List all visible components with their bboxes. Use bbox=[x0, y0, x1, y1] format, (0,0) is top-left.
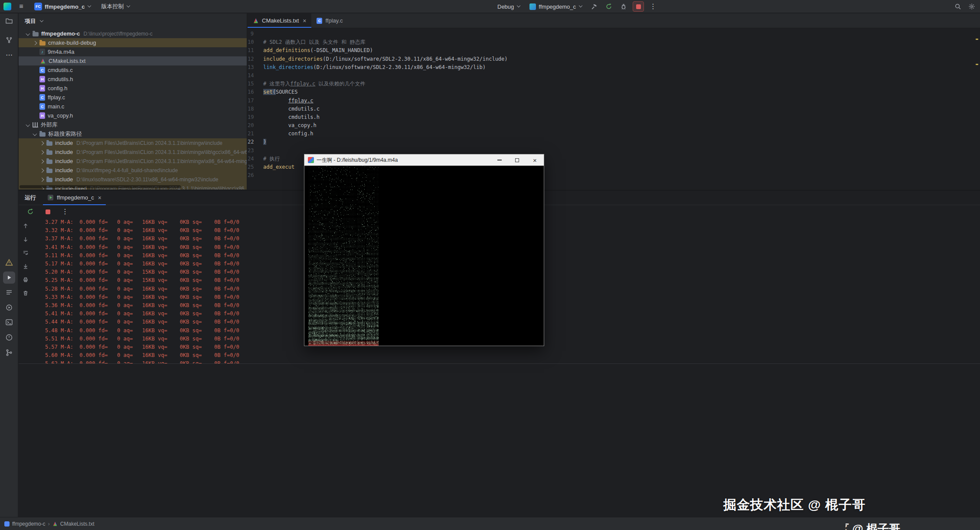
ffplay-window-titlebar[interactable]: 一生啊 - D:/feishu/bug/1/9m4a.m4a × bbox=[304, 154, 544, 166]
run-config-selector[interactable]: ffmpegdemo_c bbox=[526, 1, 585, 12]
chevron-right-icon[interactable] bbox=[32, 40, 39, 46]
project-tree[interactable]: ffmpegdemo-cD:\linux\project\ffmpegdemo-… bbox=[19, 29, 247, 190]
more-tool-windows-button[interactable]: ⋯ bbox=[3, 49, 15, 61]
code-line-13[interactable]: 13link_directories(D:/linux/software/SDL… bbox=[248, 63, 980, 72]
tab-cmakelists-txt[interactable]: CMakeLists.txt × bbox=[248, 13, 311, 28]
tree-item-include[interactable]: includeD:\Program Files\JetBrains\CLion … bbox=[19, 147, 247, 157]
tree-item-va_copy.h[interactable]: Hva_copy.h bbox=[19, 111, 247, 120]
stop-icon bbox=[636, 4, 641, 9]
tree-item-config.h[interactable]: Hconfig.h bbox=[19, 84, 247, 93]
tree-item-9m4a.m4a[interactable]: ♪9m4a.m4a bbox=[19, 47, 247, 56]
tree-item-main.c[interactable]: Cmain.c bbox=[19, 102, 247, 111]
tree-item-path: D:\linux\project\ffmpegdemo-c bbox=[84, 31, 153, 37]
tree-item-path: D:\Program Files\JetBrains\CLion 2024.3.… bbox=[76, 158, 247, 164]
rerun-button[interactable] bbox=[603, 1, 614, 12]
code-line-20[interactable]: 20 va_copy.h bbox=[248, 121, 980, 130]
print-button[interactable] bbox=[20, 275, 31, 285]
scroll-to-end-button[interactable] bbox=[20, 261, 31, 272]
chevron-down-icon[interactable] bbox=[32, 131, 39, 137]
tree-item-标题搜索路径[interactable]: 标题搜索路径 bbox=[19, 129, 247, 138]
structure-tool-button[interactable] bbox=[3, 34, 15, 46]
todo-tool-button[interactable] bbox=[3, 286, 15, 298]
code-line-10[interactable]: 10# SDL2 函数入口 以及 头文件 和 静态库 bbox=[248, 38, 980, 46]
ffplay-video-area[interactable] bbox=[304, 166, 544, 346]
tree-item-label: CMakeLists.txt bbox=[49, 58, 85, 64]
build-button[interactable] bbox=[588, 1, 600, 12]
chevron-right-icon[interactable] bbox=[39, 167, 46, 173]
breadcrumb-file[interactable]: CMakeLists.txt bbox=[60, 521, 95, 527]
rerun-console-button[interactable] bbox=[25, 206, 36, 217]
services-icon bbox=[5, 304, 13, 311]
tree-item-path: D:\linux\ffmpeg-4.4-full_build-shared\in… bbox=[76, 167, 178, 173]
chevron-down-icon[interactable] bbox=[25, 122, 33, 128]
prev-occurrence-button[interactable] bbox=[20, 221, 31, 231]
tree-item-include[interactable]: includeD:\Program Files\JetBrains\CLion … bbox=[19, 138, 247, 147]
problems-tool-button[interactable] bbox=[3, 331, 15, 344]
tree-item-cmdutils.c[interactable]: Ccmdutils.c bbox=[19, 65, 247, 75]
search-everywhere-button[interactable] bbox=[952, 1, 964, 12]
breadcrumb-project[interactable]: ffmpegdemo-c bbox=[12, 521, 45, 527]
stop-console-button[interactable] bbox=[42, 206, 53, 217]
debug-config-selector[interactable]: Debug bbox=[494, 1, 523, 12]
close-window-button[interactable]: × bbox=[526, 154, 544, 166]
version-control-tool-button[interactable] bbox=[3, 347, 15, 359]
code-line-17[interactable]: 17 ffplay.c bbox=[248, 97, 980, 105]
tab-ffplay-c[interactable]: C ffplay.c bbox=[311, 13, 348, 28]
tree-item-include[interactable]: includeD:\linux\software\SDL2-2.30.11\x8… bbox=[19, 175, 247, 184]
tree-item-CMakeLists.txt[interactable]: CMakeLists.txt bbox=[19, 56, 247, 65]
code-line-15[interactable]: 15# 这里导入ffplay.c 以及依赖的几个文件 bbox=[248, 80, 980, 88]
terminal-tool-button[interactable] bbox=[3, 316, 15, 328]
cmake-file-icon bbox=[39, 58, 46, 64]
console-more-options-button[interactable]: ⋮ bbox=[59, 206, 71, 217]
run-tab-ffmpegdemo-c[interactable]: ffmpegdemo_c × bbox=[43, 190, 106, 205]
tree-item-ffmpegdemo-c[interactable]: ffmpegdemo-cD:\linux\project\ffmpegdemo-… bbox=[19, 29, 247, 38]
settings-button[interactable] bbox=[966, 1, 977, 12]
next-occurrence-button[interactable] bbox=[20, 234, 31, 245]
inspection-marker[interactable] bbox=[976, 64, 978, 65]
chevron-right-icon[interactable] bbox=[39, 158, 46, 164]
tree-item-cmake-build-debug[interactable]: cmake-build-debug bbox=[19, 38, 247, 47]
run-tool-button[interactable] bbox=[3, 272, 15, 284]
chevron-right-icon[interactable] bbox=[39, 177, 46, 183]
code-line-14[interactable]: 14 bbox=[248, 72, 980, 80]
vcs-selector[interactable]: 版本控制 bbox=[98, 1, 133, 12]
code-line-16[interactable]: 16set(SOURCES bbox=[248, 88, 980, 96]
debug-button[interactable] bbox=[618, 1, 629, 12]
project-panel-header[interactable]: 项目 bbox=[19, 13, 247, 29]
ffplay-window[interactable]: 一生啊 - D:/feishu/bug/1/9m4a.m4a × bbox=[304, 154, 544, 346]
stop-button[interactable] bbox=[633, 1, 644, 12]
tree-item-外部库[interactable]: 外部库 bbox=[19, 120, 247, 129]
code-line-19[interactable]: 19 cmdutils.h bbox=[248, 113, 980, 121]
chevron-right-icon[interactable] bbox=[39, 149, 46, 155]
code-line-9[interactable]: 9 bbox=[248, 30, 980, 38]
tree-item-ffplay.c[interactable]: Cffplay.c bbox=[19, 93, 247, 102]
code-line-12[interactable]: 12include_directories(D:/linux/software/… bbox=[248, 55, 980, 63]
notifications-button[interactable] bbox=[3, 256, 15, 268]
services-tool-button[interactable] bbox=[3, 301, 15, 314]
chevron-right-icon[interactable] bbox=[39, 140, 46, 146]
clear-all-button[interactable] bbox=[20, 288, 31, 298]
minimize-button[interactable] bbox=[490, 154, 508, 166]
more-actions-button[interactable]: ⋮ bbox=[647, 1, 659, 12]
code-line-23[interactable]: 23 bbox=[248, 147, 980, 155]
code-line-21[interactable]: 21 config.h bbox=[248, 130, 980, 138]
chevron-down-icon[interactable] bbox=[25, 31, 33, 37]
tree-item-include[interactable]: includeD:\Program Files\JetBrains\CLion … bbox=[19, 157, 247, 166]
h-file-icon: H bbox=[39, 112, 45, 119]
main-menu-button[interactable]: ≡ bbox=[16, 1, 27, 12]
horizontal-scrollbar[interactable] bbox=[20, 185, 181, 188]
project-selector[interactable]: FC ffmpegdemo_c bbox=[31, 1, 94, 12]
close-tab-icon[interactable]: × bbox=[303, 17, 306, 24]
soft-wrap-button[interactable] bbox=[20, 248, 31, 258]
tree-item-include[interactable]: includeD:\linux\ffmpeg-4.4-full_build-sh… bbox=[19, 166, 247, 175]
close-tab-icon[interactable]: × bbox=[98, 194, 101, 201]
maximize-button[interactable] bbox=[508, 154, 526, 166]
tree-item-cmdutils.h[interactable]: Hcmdutils.h bbox=[19, 75, 247, 84]
code-line-22[interactable]: 22) bbox=[248, 138, 980, 146]
code-line-18[interactable]: 18 cmdutils.c bbox=[248, 105, 980, 113]
chevron-down-icon bbox=[40, 19, 43, 22]
inspection-marker[interactable] bbox=[976, 39, 978, 40]
project-tool-button[interactable] bbox=[3, 15, 15, 27]
code-line-11[interactable]: 11add_definitions(-DSDL_MAIN_HANDLED) bbox=[248, 46, 980, 55]
list-icon bbox=[5, 288, 13, 296]
